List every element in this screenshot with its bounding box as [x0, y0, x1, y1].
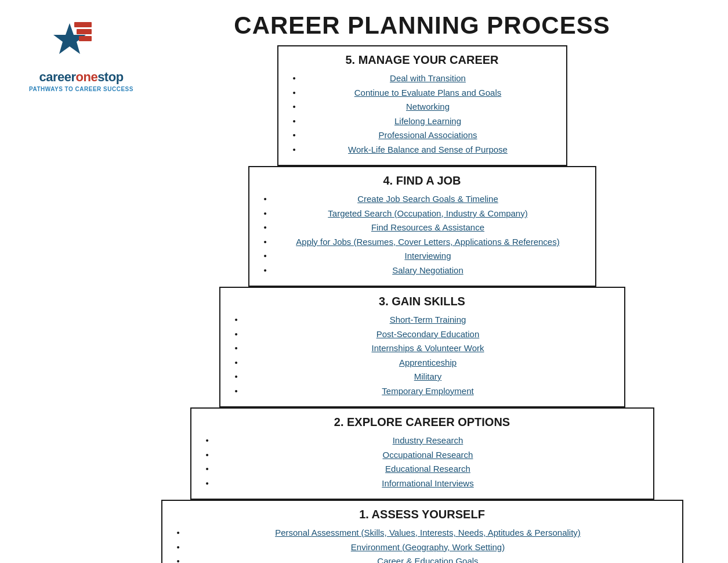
step-4-links: Create Job Search Goals & TimelineTarget… [261, 192, 584, 277]
step-2-link-3[interactable]: Informational Interviews [382, 478, 473, 488]
list-item: Military [232, 370, 613, 384]
svg-rect-1 [74, 22, 92, 27]
step-2-link-0[interactable]: Industry Research [393, 435, 463, 445]
step-4-link-1[interactable]: Targeted Search (Occupation, Industry & … [328, 208, 527, 218]
svg-rect-2 [77, 29, 92, 34]
step-2: 2. EXPLORE CAREER OPTIONSIndustry Resear… [190, 407, 654, 500]
step-2-link-1[interactable]: Occupational Research [383, 450, 473, 460]
list-item: Occupational Research [203, 448, 642, 463]
list-item: Create Job Search Goals & Timeline [261, 192, 584, 207]
list-item: Informational Interviews [203, 477, 642, 491]
step-5-links: Deal with TransitionContinue to Evaluate… [290, 71, 555, 157]
list-item: Networking [290, 100, 555, 114]
step-5-link-4[interactable]: Professional Associations [378, 130, 477, 140]
list-item: Internships & Volunteer Work [232, 341, 613, 356]
list-item: Continue to Evaluate Plans and Goals [290, 86, 555, 100]
list-item: Interviewing [261, 249, 584, 264]
step-3-link-0[interactable]: Short-Term Training [390, 315, 466, 324]
step-1: 1. ASSESS YOURSELFPersonal Assessment (S… [161, 500, 683, 563]
step-2-link-2[interactable]: Educational Research [385, 464, 470, 474]
step-1-link-2[interactable]: Career & Education Goals [377, 556, 478, 563]
page-header: careeronestop PATHWAYS TO CAREER SUCCESS… [23, 12, 705, 563]
step-3: 3. GAIN SKILLSShort-Term TrainingPost-Se… [219, 287, 625, 407]
step-2-links: Industry ResearchOccupational ResearchEd… [203, 434, 642, 490]
list-item: Salary Negotiation [261, 264, 584, 278]
step-5-link-5[interactable]: Work-Life Balance and Sense of Purpose [348, 145, 508, 154]
step-5-link-0[interactable]: Deal with Transition [390, 73, 466, 83]
step-1-link-0[interactable]: Personal Assessment (Skills, Values, Int… [275, 528, 581, 537]
page-title: CAREER PLANNING PROCESS [139, 12, 705, 39]
list-item: Personal Assessment (Skills, Values, Int… [174, 526, 671, 540]
step-4-link-3[interactable]: Apply for Jobs (Resumes, Cover Letters, … [296, 237, 559, 247]
svg-rect-3 [79, 36, 92, 41]
step-5-link-1[interactable]: Continue to Evaluate Plans and Goals [354, 88, 502, 98]
step-5: 5. MANAGE YOUR CAREERDeal with Transitio… [277, 45, 567, 166]
step-3-link-1[interactable]: Post-Secondary Education [376, 329, 480, 339]
list-item: Apprenticeship [232, 356, 613, 370]
step-5-link-3[interactable]: Lifelong Learning [394, 116, 461, 126]
title-area: CAREER PLANNING PROCESS 5. MANAGE YOUR C… [139, 12, 705, 563]
step-1-heading: 1. ASSESS YOURSELF [174, 508, 671, 521]
list-item: Professional Associations [290, 128, 555, 143]
step-3-link-3[interactable]: Apprenticeship [399, 358, 457, 367]
step-4-link-2[interactable]: Find Resources & Assistance [371, 222, 484, 232]
step-4-heading: 4. FIND A JOB [261, 174, 584, 187]
step-3-links: Short-Term TrainingPost-Secondary Educat… [232, 313, 613, 398]
logo-tagline: PATHWAYS TO CAREER SUCCESS [29, 86, 133, 92]
step-1-links: Personal Assessment (Skills, Values, Int… [174, 526, 671, 563]
list-item: Post-Secondary Education [232, 327, 613, 342]
step-5-heading: 5. MANAGE YOUR CAREER [290, 53, 555, 67]
step-2-heading: 2. EXPLORE CAREER OPTIONS [203, 416, 642, 429]
step-4-link-4[interactable]: Interviewing [404, 251, 451, 261]
list-item: Lifelong Learning [290, 114, 555, 129]
list-item: Short-Term Training [232, 313, 613, 327]
step-1-link-1[interactable]: Environment (Geography, Work Setting) [351, 542, 505, 552]
pyramid-container: 5. MANAGE YOUR CAREERDeal with Transitio… [161, 45, 683, 563]
step-4-link-0[interactable]: Create Job Search Goals & Timeline [357, 194, 498, 204]
step-3-heading: 3. GAIN SKILLS [232, 295, 613, 308]
list-item: Environment (Geography, Work Setting) [174, 540, 671, 555]
step-5-link-2[interactable]: Networking [406, 102, 450, 111]
step-3-link-2[interactable]: Internships & Volunteer Work [372, 343, 484, 353]
step-4-link-5[interactable]: Salary Negotiation [392, 265, 463, 275]
list-item: Apply for Jobs (Resumes, Cover Letters, … [261, 235, 584, 250]
logo-main-text: careeronestop [39, 70, 123, 85]
list-item: Temporary Employment [232, 384, 613, 399]
list-item: Work-Life Balance and Sense of Purpose [290, 143, 555, 157]
step-3-link-4[interactable]: Military [414, 371, 442, 381]
list-item: Targeted Search (Occupation, Industry & … [261, 207, 584, 221]
list-item: Educational Research [203, 462, 642, 477]
list-item: Career & Education Goals [174, 554, 671, 563]
list-item: Deal with Transition [290, 71, 555, 86]
logo-icon [46, 17, 116, 70]
step-4: 4. FIND A JOBCreate Job Search Goals & T… [248, 166, 596, 287]
list-item: Find Resources & Assistance [261, 221, 584, 235]
list-item: Industry Research [203, 434, 642, 448]
step-3-link-5[interactable]: Temporary Employment [382, 386, 473, 396]
logo-area: careeronestop PATHWAYS TO CAREER SUCCESS [23, 17, 139, 92]
